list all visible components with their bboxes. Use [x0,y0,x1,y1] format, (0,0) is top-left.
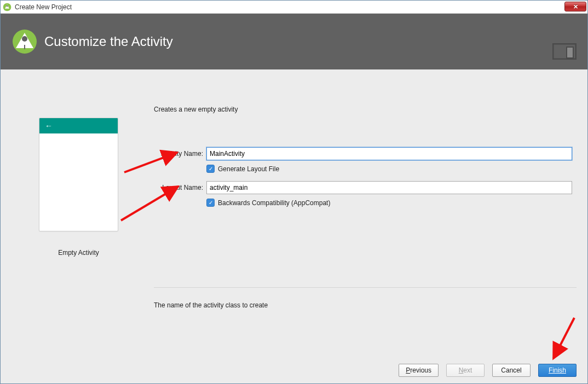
next-label: ext [463,366,472,374]
generate-layout-row: ✓ Generate Layout File [154,165,279,173]
layout-name-input[interactable] [206,181,572,194]
backcompat-row: ✓ Backwards Compatibility (AppCompat) [154,199,330,207]
backcompat-checkbox[interactable]: ✓ Backwards Compatibility (AppCompat) [206,199,330,207]
dialog-window: Create New Project ✕ Customize the Activ… [0,0,588,384]
annotation-arrow-icon [548,316,581,363]
separator [154,287,577,288]
page-title: Customize the Activity [44,34,173,49]
wizard-banner: Customize the Activity [1,14,587,69]
close-icon: ✕ [573,3,578,10]
preview-app-bar: ← [39,118,118,133]
titlebar: Create New Project ✕ [1,1,587,14]
svg-rect-8 [567,47,573,58]
generate-layout-label: Generate Layout File [218,165,279,173]
svg-point-2 [7,5,8,7]
preview-caption: Empty Activity [39,249,118,257]
svg-point-5 [22,36,27,42]
preview-card: ← [39,118,118,231]
svg-rect-6 [24,45,25,49]
template-preview: ← Empty Activity [39,118,118,257]
close-button[interactable]: ✕ [564,2,586,11]
back-arrow-icon: ← [45,121,53,130]
android-studio-icon [3,3,11,11]
checkbox-checked-icon: ✓ [206,199,215,207]
device-preview-icon [552,43,577,61]
activity-name-input[interactable] [206,147,572,160]
footer-buttons: Previous Next Cancel Finish [1,357,587,383]
activity-name-label: Activity Name: [154,150,206,158]
previous-label: revious [410,366,431,374]
window-title: Create New Project [15,3,72,11]
previous-button[interactable]: Previous [399,364,439,377]
helper-text: The name of the activity class to create [154,301,268,309]
layout-name-row: Layout Name: [154,181,572,194]
finish-button[interactable]: Finish [538,364,577,377]
next-button: Next [446,364,485,377]
android-studio-logo-icon [11,28,38,55]
generate-layout-checkbox[interactable]: ✓ Generate Layout File [206,165,279,173]
checkbox-checked-icon: ✓ [206,165,215,173]
content-area: ← Empty Activity Creates a new empty act… [1,69,587,383]
layout-name-label: Layout Name: [154,184,206,191]
backcompat-label: Backwards Compatibility (AppCompat) [218,199,330,207]
cancel-button[interactable]: Cancel [492,364,531,377]
svg-line-14 [554,318,574,358]
activity-name-row: Activity Name: [154,147,572,160]
intro-text: Creates a new empty activity [154,106,238,113]
